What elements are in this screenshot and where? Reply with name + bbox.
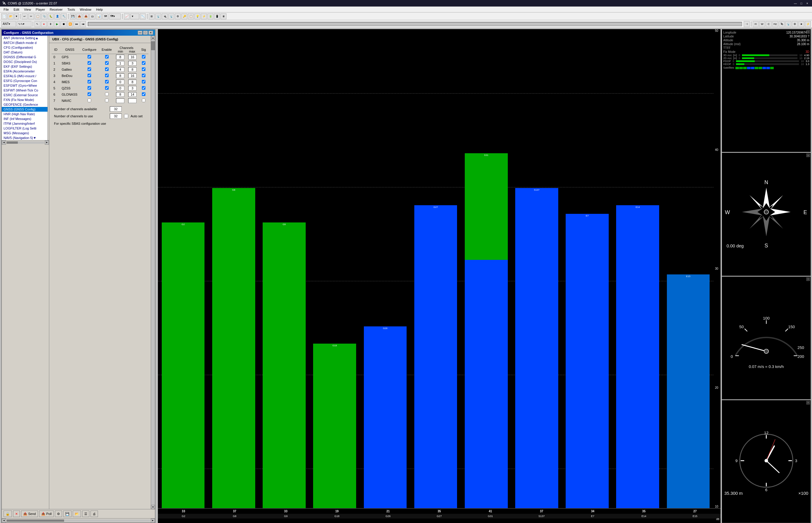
check-enable-3[interactable]: [105, 74, 109, 77]
list-item-cfg[interactable]: CFG (Configuration): [2, 45, 48, 50]
list-item-esfa[interactable]: ESFA (Accelerometer: [2, 69, 48, 74]
paste-btn[interactable]: 📎: [41, 13, 47, 19]
check-configure-1[interactable]: [88, 61, 91, 65]
input-max-3[interactable]: [128, 73, 136, 78]
cfg-load-btn[interactable]: 📂: [73, 510, 81, 517]
tb-c[interactable]: C: [766, 21, 772, 27]
send-btn[interactable]: 📤 Send: [21, 510, 38, 517]
tb-w[interactable]: W: [759, 21, 765, 27]
input-max-7[interactable]: [128, 98, 136, 103]
tb-gear[interactable]: ⚙: [792, 21, 798, 27]
tb21[interactable]: 🔑: [181, 13, 187, 19]
menu-tools[interactable]: Tools: [65, 7, 77, 12]
undo-btn[interactable]: ↩: [22, 13, 27, 19]
menu-help[interactable]: Help: [94, 7, 105, 12]
tb25[interactable]: 🔋: [207, 13, 213, 19]
check-sig-7[interactable]: [142, 98, 146, 102]
check-configure-4[interactable]: [88, 80, 91, 84]
check-sig-1[interactable]: [142, 61, 146, 65]
menu-file[interactable]: File: [1, 7, 11, 12]
tb13[interactable]: 🗺: [102, 13, 108, 19]
list-scroll-right[interactable]: ►: [45, 141, 49, 145]
clock-panel-close[interactable]: ×: [806, 401, 810, 404]
check-enable-0[interactable]: [105, 55, 109, 58]
tb12[interactable]: 📊: [96, 13, 102, 19]
tb11[interactable]: 🗂: [89, 13, 95, 19]
list-item-esfwt[interactable]: ESFWT (Wheel-Tick Co: [2, 88, 48, 93]
check-enable-6[interactable]: [105, 92, 109, 96]
check-configure-7[interactable]: [88, 98, 91, 102]
list-item-hnr[interactable]: HNR (High Nav Rate): [2, 112, 48, 116]
tb23[interactable]: 💡: [194, 13, 200, 19]
chart-dropdown[interactable]: ▾: [130, 13, 139, 19]
list-item-msg[interactable]: MSG (Messages): [2, 131, 48, 136]
list-scroll-track[interactable]: [6, 141, 44, 144]
tb-star[interactable]: ★: [798, 21, 804, 27]
input-max-2[interactable]: [128, 67, 136, 72]
check-sig-6[interactable]: [142, 92, 146, 96]
cfg-scroll-track[interactable]: [151, 40, 155, 505]
step-btn[interactable]: ⏭: [74, 21, 79, 27]
cfg-restore-btn[interactable]: □: [143, 31, 148, 35]
poll-btn[interactable]: 📥 Poll: [39, 510, 54, 517]
menu-edit[interactable]: Edit: [11, 7, 22, 12]
check-configure-3[interactable]: [88, 74, 91, 77]
open-btn[interactable]: 📂: [8, 13, 14, 19]
list-item-esrc[interactable]: ESRC (External Source: [2, 93, 48, 97]
cfg-close-btn[interactable]: ×: [148, 31, 153, 35]
list-scroll-left[interactable]: ◄: [2, 141, 6, 145]
check-configure-0[interactable]: [88, 55, 91, 58]
ch-available-input[interactable]: [110, 106, 122, 112]
check-enable-5[interactable]: [105, 86, 109, 90]
check-configure-6[interactable]: [88, 92, 91, 96]
ff-btn[interactable]: ⏩: [67, 21, 73, 27]
menu-receiver[interactable]: Receiver: [48, 7, 65, 12]
end-btn[interactable]: ⊣: [744, 21, 750, 27]
list-item-batch[interactable]: BATCH (Batch mode d: [2, 40, 48, 45]
list-item-esfgwt[interactable]: ESFGWT (Gyro+Whee: [2, 83, 48, 88]
cfg-print-btn[interactable]: 🖨: [91, 510, 98, 517]
check-sig-3[interactable]: [142, 74, 146, 77]
list-item-dosc[interactable]: DOSC (Disciplined Os): [2, 59, 48, 64]
list-item-inf[interactable]: INF (Inf Messages): [2, 116, 48, 121]
check-sig-5[interactable]: [142, 86, 146, 90]
h-scroll-right[interactable]: ►: [151, 519, 155, 523]
check-sig-2[interactable]: [142, 68, 146, 71]
input-max-4[interactable]: [128, 79, 136, 84]
wave-dropdown[interactable]: ∿∿▾: [17, 21, 32, 27]
h-scroll-left[interactable]: ◄: [2, 519, 6, 523]
menu-window[interactable]: Window: [77, 7, 94, 12]
tb10[interactable]: 📥: [83, 13, 89, 19]
map-dropdown[interactable]: 🗺▾: [109, 13, 121, 19]
input-min-4[interactable]: [116, 79, 124, 84]
menu-player[interactable]: Player: [33, 7, 47, 12]
list-item-gnss[interactable]: GNSS (GNSS Config): [2, 107, 48, 112]
input-max-1[interactable]: [128, 61, 136, 66]
h-scroll-track[interactable]: [6, 520, 150, 522]
list-item-logfilter[interactable]: LOGFILTER (Log Setti: [2, 126, 48, 131]
input-min-7[interactable]: [116, 98, 124, 103]
tb17[interactable]: 📡: [155, 13, 161, 19]
check-sig-0[interactable]: [142, 55, 146, 58]
tb19[interactable]: 📡: [168, 13, 174, 19]
play-btn[interactable]: ▶: [54, 21, 60, 27]
input-min-0[interactable]: [116, 55, 124, 59]
tb-freq[interactable]: Hz: [772, 21, 778, 27]
cfg-layout-btn[interactable]: ☰: [82, 510, 89, 517]
cancel-btn[interactable]: ✕: [13, 510, 20, 517]
list-item-ant[interactable]: ANT (Antenna Setting▲: [2, 36, 48, 40]
open-dropdown[interactable]: ▾: [14, 13, 19, 19]
tb6[interactable]: 👤: [54, 13, 60, 19]
copy-btn[interactable]: 📋: [35, 13, 41, 19]
compass-panel-close[interactable]: ×: [806, 154, 810, 157]
ant-dropdown[interactable]: ANT▾: [1, 21, 16, 27]
cfg-scroll-down[interactable]: ▼: [151, 505, 155, 509]
maximize-button[interactable]: □: [799, 1, 804, 6]
tb16[interactable]: ⊞: [149, 13, 155, 19]
new-btn[interactable]: 📄: [1, 13, 7, 19]
input-max-0[interactable]: [128, 55, 136, 59]
list-item-geofence[interactable]: GEOFENCE (Geofence: [2, 102, 48, 107]
check-enable-1[interactable]: [105, 61, 109, 65]
input-max-6[interactable]: [128, 92, 136, 97]
cfg-scroll-up[interactable]: ▲: [151, 36, 155, 40]
